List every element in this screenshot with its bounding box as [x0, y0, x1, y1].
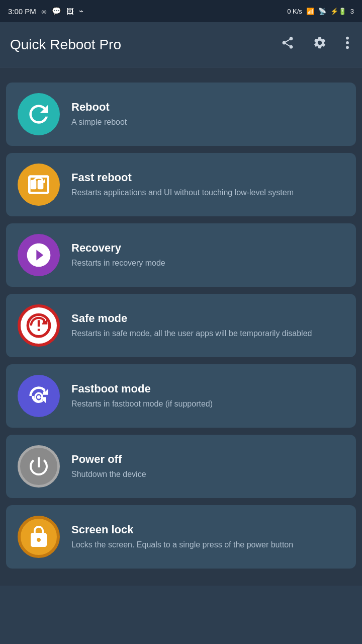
recovery-desc: Restarts in recovery mode	[71, 258, 346, 269]
reboot-desc: A simple reboot	[71, 117, 346, 128]
fastboot-text: Fastboot mode Restarts in fastboot mode …	[71, 382, 346, 410]
safe-mode-desc: Restarts in safe mode, all the user apps…	[71, 328, 346, 339]
power-off-title: Power off	[71, 453, 346, 466]
reboot-item[interactable]: Reboot A simple reboot	[6, 83, 356, 146]
fast-reboot-icon	[18, 164, 60, 206]
fast-reboot-icon-wrapper	[16, 162, 61, 207]
app-bar: Quick Reboot Pro	[0, 22, 362, 67]
screen-lock-icon	[18, 516, 60, 558]
screen-lock-icon-wrapper	[16, 514, 61, 559]
screen-lock-text: Screen lock Locks the screen. Equals to …	[71, 523, 346, 550]
wifi-icon: 📶	[306, 8, 314, 15]
screen-lock-title: Screen lock	[71, 523, 346, 536]
fastboot-title: Fastboot mode	[71, 382, 346, 395]
app-bar-actions	[279, 34, 352, 55]
recovery-icon-wrapper	[16, 232, 61, 278]
svg-point-2	[346, 46, 349, 49]
fastboot-item[interactable]: Fastboot mode Restarts in fastboot mode …	[6, 364, 356, 428]
svg-point-0	[346, 37, 349, 40]
fastboot-desc: Restarts in fastboot mode (if supported)	[71, 398, 346, 410]
safe-mode-title: Safe mode	[71, 312, 346, 325]
share-button[interactable]	[279, 34, 297, 55]
screen-lock-item[interactable]: Screen lock Locks the screen. Equals to …	[6, 505, 356, 569]
recovery-text: Recovery Restarts in recovery mode	[71, 242, 346, 269]
fast-reboot-title: Fast reboot	[71, 171, 346, 184]
recovery-icon	[18, 234, 60, 276]
safe-mode-icon-wrapper	[16, 303, 61, 348]
app-title: Quick Reboot Pro	[10, 37, 121, 53]
status-right: 0 K/s 📶 📡 ⚡🔋 3	[287, 8, 354, 15]
infinity-icon: ∞	[41, 7, 47, 16]
recovery-title: Recovery	[71, 242, 346, 255]
content-spacer	[0, 67, 362, 83]
fast-reboot-text: Fast reboot Restarts applications and UI…	[71, 171, 346, 198]
reboot-title: Reboot	[71, 101, 346, 114]
fastboot-icon	[18, 375, 60, 417]
battery-icon: ⚡🔋	[330, 8, 346, 15]
usb-icon: ⌁	[79, 7, 83, 16]
settings-button[interactable]	[311, 34, 329, 55]
reboot-icon	[18, 93, 60, 135]
fast-reboot-item[interactable]: Fast reboot Restarts applications and UI…	[6, 153, 356, 216]
screen-lock-desc: Locks the screen. Equals to a single pre…	[71, 539, 346, 550]
safe-mode-icon	[18, 304, 60, 347]
power-off-desc: Shutdown the device	[71, 469, 346, 480]
safe-mode-text: Safe mode Restarts in safe mode, all the…	[71, 312, 346, 339]
power-off-text: Power off Shutdown the device	[71, 453, 346, 480]
main-content: Reboot A simple reboot Fast reboot Resta…	[0, 83, 362, 586]
fastboot-icon-wrapper	[16, 373, 61, 419]
status-left: 3:00 PM ∞ 💬 🖼 ⌁	[8, 7, 83, 16]
image-icon: 🖼	[66, 7, 74, 16]
reboot-icon-wrapper	[16, 92, 61, 137]
message-icon: 💬	[52, 7, 61, 16]
svg-point-1	[346, 41, 349, 44]
safe-mode-item[interactable]: Safe mode Restarts in safe mode, all the…	[6, 294, 356, 357]
reboot-text: Reboot A simple reboot	[71, 101, 346, 128]
power-off-icon	[18, 445, 60, 488]
network-speed: 0 K/s	[287, 8, 302, 15]
status-time: 3:00 PM	[8, 7, 36, 16]
more-options-button[interactable]	[343, 34, 352, 55]
status-bar: 3:00 PM ∞ 💬 🖼 ⌁ 0 K/s 📶 📡 ⚡🔋 3	[0, 0, 362, 22]
signal-icon: 📡	[318, 8, 326, 15]
fast-reboot-desc: Restarts applications and UI without tou…	[71, 187, 346, 198]
battery-level: 3	[350, 8, 354, 15]
power-off-item[interactable]: Power off Shutdown the device	[6, 435, 356, 498]
power-off-icon-wrapper	[16, 444, 61, 489]
svg-point-7	[37, 395, 41, 399]
recovery-item[interactable]: Recovery Restarts in recovery mode	[6, 223, 356, 287]
